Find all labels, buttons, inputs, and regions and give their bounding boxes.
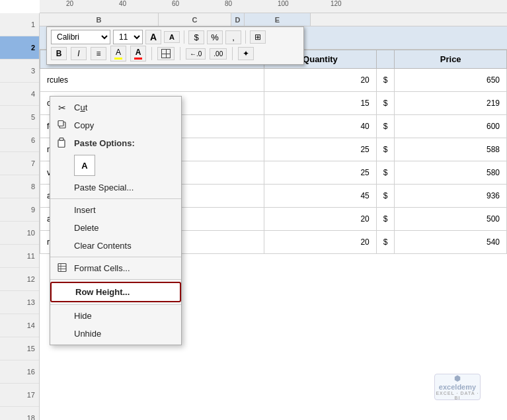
row-num-2: 2	[0, 36, 39, 60]
sep-2	[245, 30, 246, 44]
row-num-17: 17	[0, 384, 39, 407]
col-header-c: C	[159, 13, 231, 26]
percent-icon: %	[211, 32, 219, 42]
cm-copy-label: Copy	[74, 120, 94, 130]
cm-format-cells-label: Format Cells...	[74, 263, 130, 273]
cm-copy[interactable]: Copy	[50, 116, 181, 134]
row-num-9: 9	[0, 198, 39, 222]
border-icon	[161, 49, 171, 58]
cell-price-4: 580	[395, 161, 507, 185]
cell-qty-5: 45	[264, 185, 377, 208]
toolbar-row-2: B I ≡ A A	[51, 46, 299, 62]
cell-qty-4: 25	[264, 161, 377, 185]
increase-decimal-button[interactable]: .00	[210, 48, 227, 60]
row-num-7: 7	[0, 152, 39, 175]
cell-qty-6: 20	[264, 208, 377, 231]
sep-4	[180, 47, 180, 60]
cm-insert[interactable]: Insert	[50, 201, 181, 219]
row-num-12: 12	[0, 268, 39, 291]
cm-paste-special[interactable]: Paste Special...	[50, 179, 181, 196]
comma-button[interactable]: ,	[225, 30, 241, 44]
cm-unhide[interactable]: Unhide	[50, 325, 181, 343]
cell-price-2: 600	[395, 115, 507, 138]
col-header-e: E	[245, 13, 311, 26]
cm-cut-label: Cut	[74, 103, 87, 112]
font-size-select[interactable]: 11	[113, 30, 143, 44]
table-row: rcules 20 $ 650	[40, 69, 507, 92]
floating-toolbar: Calibri 11 A A $ % , ⊞ B I ≡ A	[46, 26, 304, 65]
svg-rect-1	[58, 120, 63, 126]
cm-hide[interactable]: Hide	[50, 307, 181, 325]
highlight-color-icon: A	[114, 48, 122, 60]
cell-psym-3: $	[376, 138, 395, 161]
row-num-1: 1	[0, 13, 39, 36]
row-num-15: 15	[0, 337, 39, 360]
italic-button[interactable]: I	[71, 47, 87, 60]
font-color-icon: A	[134, 48, 142, 60]
cm-paste-special-label: Paste Special...	[74, 183, 134, 192]
watermark-logo: ⬢ exceldemy EXCEL · DATA · BI	[434, 374, 481, 400]
row-numbers-panel: 1 2 3 4 5 6 7 8 9 10 11 12 13 14 15 16 1…	[0, 13, 40, 420]
cm-format-cells[interactable]: Format Cells...	[50, 259, 181, 277]
row-num-3: 3	[0, 60, 39, 83]
border-button[interactable]	[157, 47, 175, 60]
column-headers: B C D E	[40, 13, 507, 26]
svg-rect-2	[58, 140, 65, 147]
format-cells-icon	[56, 263, 69, 274]
ruler-mark-20: 20	[66, 0, 73, 7]
bold-button[interactable]: B	[51, 47, 67, 60]
percent-button[interactable]: %	[207, 30, 223, 44]
cell-qty-0: 20	[264, 69, 377, 92]
col-header-price-sym	[376, 50, 395, 69]
format-painter-icon: ✦	[243, 49, 249, 58]
paste-icon	[56, 137, 69, 149]
row-num-10: 10	[0, 222, 39, 245]
decrease-decimal-button[interactable]: ←.0	[186, 48, 206, 60]
watermark: ⬢ exceldemy EXCEL · DATA · BI	[434, 374, 481, 400]
format-painter-button[interactable]: ✦	[238, 47, 254, 60]
cm-hide-label: Hide	[74, 311, 92, 321]
cell-price-3: 588	[395, 138, 507, 161]
context-menu: ✂ Cut Copy Paste Options: A	[50, 96, 182, 345]
cm-cut[interactable]: ✂ Cut	[50, 99, 181, 116]
cm-delete[interactable]: Delete	[50, 219, 181, 237]
italic-icon: I	[77, 49, 79, 58]
watermark-line1: exceldemy	[439, 383, 476, 391]
shrink-font-button[interactable]: A	[164, 31, 180, 43]
align-button[interactable]: ≡	[91, 47, 106, 60]
number-format-button[interactable]: ⊞	[250, 30, 266, 44]
copy-icon	[56, 120, 69, 131]
row-num-4: 4	[0, 83, 39, 106]
ruler-mark-100: 100	[278, 0, 289, 7]
highlight-color-button[interactable]: A	[110, 46, 126, 62]
col-header-b: B	[40, 13, 159, 26]
cell-price-6: 500	[395, 208, 507, 231]
cm-row-height[interactable]: Row Height...	[50, 282, 181, 302]
cm-paste-icon-a[interactable]: A	[74, 155, 95, 176]
sep-3	[151, 47, 152, 60]
svg-rect-4	[58, 263, 66, 271]
cell-psym-6: $	[376, 208, 395, 231]
cell-price-1: 219	[395, 92, 507, 115]
font-name-select[interactable]: Calibri	[51, 30, 110, 44]
row-num-8: 8	[0, 175, 39, 198]
col-header-price: Price	[395, 50, 507, 69]
row-num-14: 14	[0, 314, 39, 337]
watermark-line2: EXCEL · DATA · BI	[435, 391, 480, 400]
cm-clear-contents[interactable]: Clear Contents	[50, 237, 181, 255]
cm-divider-2	[50, 257, 181, 257]
cell-qty-2: 40	[264, 115, 377, 138]
grow-font-button[interactable]: A	[145, 30, 161, 44]
cell-price-5: 936	[395, 185, 507, 208]
cm-unhide-label: Unhide	[74, 329, 101, 339]
row-num-18: 18	[0, 407, 39, 420]
cell-qty-3: 25	[264, 138, 377, 161]
row-num-13: 13	[0, 291, 39, 314]
ruler-mark-120: 120	[331, 0, 342, 7]
cm-paste-area: A	[50, 152, 181, 179]
font-color-button[interactable]: A	[130, 46, 146, 62]
sep-5	[232, 47, 233, 60]
cell-psym-7: $	[376, 231, 395, 254]
grid-format-icon: ⊞	[254, 32, 261, 42]
dollar-button[interactable]: $	[188, 30, 204, 44]
